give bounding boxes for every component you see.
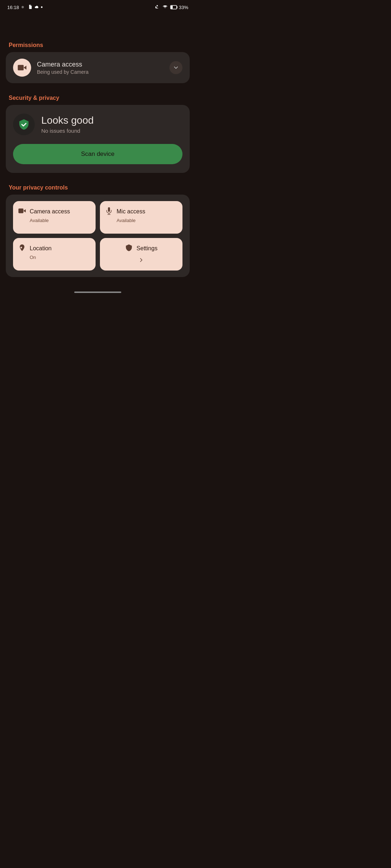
svg-text:❊: ❊ (21, 5, 24, 9)
security-text: Looks good No issues found (41, 115, 94, 134)
close-icon (10, 22, 17, 30)
status-indicators: 33% (154, 4, 188, 10)
shield-check-icon (18, 118, 30, 131)
location-tile-icon (18, 244, 26, 253)
scan-device-button[interactable]: Scan device (13, 144, 182, 164)
privacy-controls-card: Camera access Available Mic access Avail… (6, 195, 190, 277)
mic-tile-subtitle: Available (105, 218, 177, 223)
settings-tile-title: Settings (136, 245, 157, 252)
svg-rect-2 (171, 6, 173, 9)
settings-chevron (138, 257, 144, 265)
settings-tile-left: Settings (125, 244, 157, 253)
mic-tile-header: Mic access (105, 207, 177, 216)
status-time: 16:18 ❊ • (7, 4, 43, 10)
privacy-grid: Camera access Available Mic access Avail… (13, 201, 182, 271)
security-privacy-header: Security & privacy (0, 90, 196, 105)
location-tile-svg (18, 244, 26, 252)
camera-icon-circle (13, 59, 31, 77)
camera-permission-text: Camera access Being used by Camera (37, 61, 88, 75)
mic-tile-title: Mic access (117, 208, 145, 215)
security-status-row: Looks good No issues found (13, 114, 182, 135)
location-tile-header: Location (18, 244, 91, 253)
camera-icon (17, 63, 27, 72)
mic-tile-svg (105, 207, 113, 215)
close-button[interactable] (6, 18, 22, 34)
camera-tile-subtitle: Available (18, 218, 91, 223)
status-bar: 16:18 ❊ • 33% (0, 0, 196, 14)
settings-tile[interactable]: Settings (100, 238, 182, 271)
camera-permission-left: Camera access Being used by Camera (13, 59, 88, 77)
camera-access-subtitle: Being used by Camera (37, 69, 88, 75)
location-tile-subtitle: On (18, 255, 91, 260)
shield-icon-circle (13, 114, 35, 135)
location-tile[interactable]: Location On (13, 238, 96, 271)
security-card: Looks good No issues found Scan device (6, 105, 190, 173)
camera-tile-icon (18, 207, 26, 216)
permissions-header: Permissions (0, 38, 196, 52)
camera-tile-svg (18, 207, 26, 215)
chevron-down-icon (173, 64, 179, 71)
svg-rect-3 (18, 65, 24, 70)
mic-tile-icon (105, 207, 113, 216)
privacy-controls-header: Your privacy controls (0, 180, 196, 195)
security-status: Looks good (41, 115, 94, 126)
battery-icon (170, 5, 178, 10)
camera-permission-row: Camera access Being used by Camera (13, 59, 182, 77)
settings-shield-svg (125, 244, 133, 252)
mute-icon (154, 4, 160, 10)
notification-icons: ❊ • (21, 4, 43, 10)
svg-rect-4 (18, 209, 24, 213)
camera-tile-header: Camera access (18, 207, 91, 216)
security-detail: No issues found (41, 128, 94, 134)
mic-access-tile[interactable]: Mic access Available (100, 201, 182, 234)
camera-access-title: Camera access (37, 61, 88, 68)
location-tile-title: Location (30, 245, 52, 252)
settings-tile-icon (125, 244, 133, 253)
camera-tile-title: Camera access (30, 208, 70, 215)
camera-permission-card: Camera access Being used by Camera (6, 52, 190, 83)
bottom-nav-bar (74, 292, 121, 293)
wifi-icon (162, 4, 168, 10)
chevron-right-icon (138, 257, 144, 263)
time-display: 16:18 (7, 5, 19, 10)
camera-expand-button[interactable] (169, 61, 182, 74)
battery-display: 33% (170, 5, 188, 10)
camera-access-tile[interactable]: Camera access Available (13, 201, 96, 234)
